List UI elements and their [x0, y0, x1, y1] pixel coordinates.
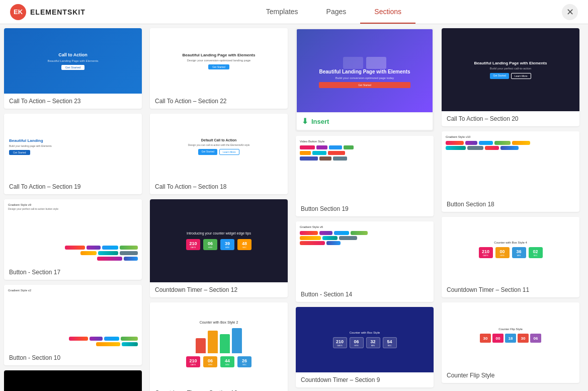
card-cta23-image: Call to Action Beautiful Landing Page wi…	[4, 28, 142, 94]
card-btn19-image: Video Button Style	[296, 136, 434, 201]
card-cta18l-image: Default Call to Action Design you can ca…	[150, 114, 288, 179]
card-btn17[interactable]: Gradient Style v9 Design your perfect ca…	[4, 199, 142, 280]
card-cnt10-label: Countdown Timer – Section 10	[150, 385, 288, 391]
card-cnt12-image: Introducing your counter widget edge tip…	[150, 199, 288, 282]
header: EK ELEMENTSKIT Templates Pages Sections …	[0, 0, 588, 24]
insert-cta18l[interactable]: ⬇ Insert	[198, 140, 239, 153]
logo-text: ELEMENTSKIT	[30, 8, 86, 16]
insert-btn10[interactable]: ⬇ Insert	[52, 311, 94, 325]
card-cnt-dark-image: Counter Box Dark Border Style Build dark…	[4, 370, 142, 391]
insert-cta19l[interactable]: ⬇ Insert	[52, 140, 94, 153]
card-btn18r[interactable]: Gradient Style v10 ⬇ I	[442, 131, 579, 212]
insert-cta23[interactable]: ⬇ Insert	[52, 54, 94, 68]
card-cta-main-image: Beautiful Landing Page with Elements Bui…	[297, 29, 433, 112]
logo-area[interactable]: EK ELEMENTSKIT	[10, 4, 86, 20]
insert-cta22[interactable]: ⬇ Insert	[198, 54, 239, 68]
insert-cnt9[interactable]: ⬇ Insert	[344, 333, 385, 347]
card-cnt12-label: Countdown Timer – Section 12	[150, 282, 288, 297]
card-cta-main[interactable]: Beautiful Landing Page with Elements Bui…	[296, 28, 434, 131]
card-cta18l[interactable]: Default Call to Action Design you can ca…	[150, 114, 288, 194]
column-2: Beautiful Landing Page with Elements Des…	[146, 24, 292, 391]
card-cta23[interactable]: Call to Action Beautiful Landing Page wi…	[4, 28, 142, 109]
card-cta18l-label: Call To Action – Section 18	[150, 179, 288, 194]
insert-cta20[interactable]: ⬇ Insert	[490, 63, 531, 76]
card-btn10[interactable]: Gradient Style v2 ⬇	[4, 285, 142, 365]
card-cnt9-image: Counter with Box Style 210DAYS 06HRS 32M…	[296, 307, 434, 372]
insert-btn14[interactable]: ⬇ Insert	[344, 248, 385, 261]
card-cnt-flip-label: Counter Flip Style	[442, 368, 579, 383]
column-1: Call to Action Beautiful Landing Page wi…	[0, 24, 146, 391]
card-cnt-dark[interactable]: Counter Box Dark Border Style Build dark…	[4, 370, 142, 391]
card-btn17-image: Gradient Style v9 Design your perfect ca…	[4, 199, 142, 265]
card-cta22-label: Call To Action – Section 22	[150, 94, 288, 109]
card-cta20-image: Beautiful Landing Page with Elements Bui…	[442, 28, 579, 111]
insert-btn17[interactable]: ⬇ Insert	[52, 225, 94, 239]
card-cta19l[interactable]: Beautiful Landing Build your landing pag…	[4, 114, 142, 194]
card-cnt-flip-image: Counter Flip Style 30 00 18 30 06 ⬇ Inse…	[442, 302, 579, 368]
card-cta20[interactable]: Beautiful Landing Page with Elements Bui…	[442, 28, 579, 126]
insert-cnt10[interactable]: ⬇ Insert	[198, 337, 239, 351]
card-btn14-label: Button - Section 14	[296, 287, 434, 302]
tab-pages[interactable]: Pages	[312, 1, 361, 24]
card-cnt11[interactable]: Counter with Box Style 4 210DAYS 00HRS 3…	[442, 217, 579, 297]
insert-cnt-flip[interactable]: ⬇ Insert	[490, 329, 531, 342]
card-cnt11-image: Counter with Box Style 4 210DAYS 00HRS 3…	[442, 217, 579, 282]
card-btn18r-image: Gradient Style v10 ⬇ I	[442, 131, 579, 197]
card-cnt9[interactable]: Counter with Box Style 210DAYS 06HRS 32M…	[296, 307, 434, 387]
card-cta22[interactable]: Beautiful Landing Page with Elements Des…	[150, 28, 288, 109]
card-btn14[interactable]: Gradient Style v6	[296, 221, 434, 302]
close-icon[interactable]: ✕	[562, 4, 578, 20]
card-cta22-image: Beautiful Landing Page with Elements Des…	[150, 28, 288, 94]
insert-cnt12[interactable]: ⬇ Insert	[198, 234, 239, 248]
insert-btn18r[interactable]: ⬇ Insert	[490, 158, 531, 171]
insert-cnt11[interactable]: ⬇ Insert	[490, 243, 531, 257]
sections-grid: Call to Action Beautiful Landing Page wi…	[0, 24, 588, 391]
card-cnt-flip[interactable]: Counter Flip Style 30 00 18 30 06 ⬇ Inse…	[442, 302, 579, 383]
card-btn17-label: Button - Section 17	[4, 265, 142, 280]
card-cnt10[interactable]: Counter with Box Style 2 210DAYS 06HRS 4…	[150, 302, 288, 391]
card-btn19-label: Button Section 19	[296, 201, 434, 216]
insert-btn19[interactable]: ⬇ Insert	[344, 162, 385, 176]
card-btn10-label: Button - Section 10	[4, 350, 142, 365]
download-icon: ⬇	[302, 117, 308, 126]
card-btn18r-label: Button Section 18	[442, 197, 579, 212]
tab-templates[interactable]: Templates	[252, 1, 312, 24]
card-cta19l-label: Call To Action – Section 19	[4, 179, 142, 194]
card-btn14-image: Gradient Style v6	[296, 221, 434, 287]
column-3: Beautiful Landing Page with Elements Bui…	[292, 24, 438, 391]
insert-visible-btn[interactable]: ⬇ Insert	[297, 112, 433, 130]
nav-tabs: Templates Pages Sections	[106, 1, 562, 24]
card-cnt10-image: Counter with Box Style 2 210DAYS 06HRS 4…	[150, 302, 288, 385]
card-cta19l-image: Beautiful Landing Build your landing pag…	[4, 114, 142, 179]
card-cnt12[interactable]: Introducing your counter widget edge tip…	[150, 199, 288, 297]
column-4: Beautiful Landing Page with Elements Bui…	[438, 24, 583, 391]
card-btn19[interactable]: Video Button Style	[296, 136, 434, 216]
card-cta23-label: Call To Action – Section 23	[4, 94, 142, 109]
card-btn10-image: Gradient Style v2 ⬇	[4, 285, 142, 350]
tab-sections[interactable]: Sections	[360, 1, 415, 24]
card-cnt11-label: Countdown Timer – Section 11	[442, 282, 579, 297]
card-cnt9-label: Countdown Timer – Section 9	[296, 372, 434, 387]
logo-icon: EK	[10, 4, 26, 20]
card-cta20-label: Call To Action – Section 20	[442, 111, 579, 126]
